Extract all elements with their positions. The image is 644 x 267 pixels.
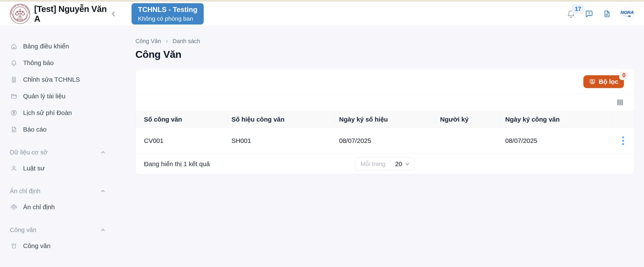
org-logo: ĐOÀN LUẬT SƯ TỈNH ĐỒNG NAI DONG NAI PROV… <box>10 4 30 24</box>
breadcrumb-item-cong-van[interactable]: Công Văn <box>136 38 161 44</box>
sidebar-item-label: Báo cáo <box>23 126 46 133</box>
documents-button[interactable] <box>602 9 611 18</box>
filter-button-label: Bộ lọc <box>599 78 618 85</box>
chevron-left-icon <box>110 10 118 18</box>
per-page-number: 20 <box>395 160 402 168</box>
mouse-cable-icon <box>623 14 632 17</box>
sidebar: Bảng điều khiển Thông báo Chỉnh sửa TCHN… <box>0 26 120 267</box>
user-icon <box>10 165 18 172</box>
logo-abbr-text: DPBA <box>17 18 24 20</box>
column-header-so-hieu-cong-van: Số hiệu công văn <box>227 111 334 128</box>
sidebar-section-base-data[interactable]: Dữ liệu cơ sở <box>0 145 120 160</box>
user-avatar[interactable]: NORA <box>620 7 634 21</box>
notification-count-badge: 17 <box>572 4 584 14</box>
sidebar-item-edit-tchnls[interactable]: Chỉnh sửa TCHNLS <box>0 71 120 88</box>
table-options-row <box>136 94 634 111</box>
topbar-actions: 17 NORA <box>566 7 634 21</box>
home-icon <box>10 43 18 50</box>
chevron-up-icon <box>100 149 106 155</box>
sidebar-item-label: Công văn <box>23 242 50 250</box>
report-file-icon <box>10 126 18 133</box>
chevron-right-icon <box>164 39 169 44</box>
folder-icon <box>10 93 18 100</box>
cell-ngay-ky-cong-van: 08/07/2025 <box>500 137 612 144</box>
dollar-circle-icon <box>10 109 18 116</box>
sidebar-collapse-button[interactable] <box>108 8 119 19</box>
sidebar-section-label: Công văn <box>10 227 36 234</box>
per-page-select[interactable]: Mỗi trang 20 <box>355 158 414 170</box>
scales-icon <box>10 204 18 211</box>
pagination-bar: Đang hiển thị 1 kết quả Mỗi trang 20 <box>136 154 634 174</box>
chat-alert-icon <box>585 9 594 18</box>
table-header-row: Số công văn Số hiệu công văn Ngày ký số … <box>136 111 634 128</box>
document-icon <box>602 9 611 18</box>
dispatch-list-card: Bộ lọc 0 Số công văn Số hiệu công văn Ng… <box>136 69 634 174</box>
sidebar-item-label: Lịch sử phí Đoàn <box>23 109 72 116</box>
per-page-label: Mỗi trang <box>355 158 391 170</box>
sidebar-item-label: Chỉnh sửa TCHNLS <box>23 76 80 83</box>
cell-actions <box>612 134 634 147</box>
kebab-menu-icon <box>622 136 624 145</box>
top-bar: ĐOÀN LUẬT SƯ TỈNH ĐỒNG NAI DONG NAI PROV… <box>0 2 644 26</box>
sidebar-section-label: Án chỉ định <box>10 188 40 195</box>
column-settings-button[interactable] <box>616 98 624 106</box>
sidebar-section-official-dispatch[interactable]: Công văn <box>0 222 120 238</box>
sidebar-item-reports[interactable]: Báo cáo <box>0 121 120 138</box>
columns-icon <box>616 98 624 106</box>
sidebar-section-assigned-cases[interactable]: Án chỉ định <box>0 183 120 199</box>
filter-search-icon <box>589 78 596 85</box>
chevron-down-icon <box>405 161 410 167</box>
sidebar-item-document-management[interactable]: Quản lý tài liệu <box>0 88 120 104</box>
top-accent-strip <box>0 0 644 2</box>
sidebar-item-notifications[interactable]: Thông báo <box>0 55 120 71</box>
breadcrumb-item-danh-sach[interactable]: Danh sách <box>172 38 200 44</box>
row-actions-button[interactable] <box>620 134 626 147</box>
tray-icon <box>10 242 18 250</box>
building-icon <box>10 76 18 83</box>
bell-icon <box>10 59 18 66</box>
sidebar-item-assigned-cases[interactable]: Án chỉ định <box>0 199 120 215</box>
results-summary: Đang hiển thị 1 kết quả <box>144 160 210 168</box>
page-title: Công Văn <box>136 48 634 60</box>
column-header-ngay-ky-so-hieu: Ngày ký số hiệu <box>334 111 436 128</box>
workspace-title: TCHNLS - Testing <box>138 5 197 14</box>
per-page-value[interactable]: 20 <box>391 158 414 170</box>
sidebar-item-lawyers[interactable]: Luật sư <box>0 160 120 177</box>
table-row[interactable]: CV001 SH001 08/07/2025 08/07/2025 <box>136 128 634 154</box>
sidebar-item-label: Thông báo <box>23 59 54 66</box>
sidebar-item-label: Luật sư <box>23 165 45 172</box>
main-content: Công Văn Danh sách Công Văn Bộ lọc 0 <box>120 26 644 267</box>
workspace-subtitle: Không có phòng ban <box>138 15 197 22</box>
sidebar-item-dashboard[interactable]: Bảng điều khiển <box>0 38 120 55</box>
cell-ngay-ky-so-hieu: 08/07/2025 <box>334 137 436 144</box>
avatar-logo-text: NORA <box>620 10 634 14</box>
chevron-up-icon <box>100 188 106 194</box>
sidebar-item-label: Quản lý tài liệu <box>23 93 65 100</box>
filter-count-badge: 0 <box>619 71 629 80</box>
org-name: [Test] Nguyễn Văn A <box>34 4 107 24</box>
bar-association-seal-icon: ĐOÀN LUẬT SƯ TỈNH ĐỒNG NAI DONG NAI PROV… <box>10 4 30 24</box>
cell-so-hieu-cong-van: SH001 <box>227 137 334 144</box>
column-header-actions <box>612 111 634 128</box>
sidebar-item-official-dispatch[interactable]: Công văn <box>0 238 120 254</box>
feedback-button[interactable] <box>585 9 594 18</box>
filter-button[interactable]: Bộ lọc 0 <box>583 75 624 88</box>
breadcrumb: Công Văn Danh sách <box>136 38 634 44</box>
sidebar-item-label: Bảng điều khiển <box>23 43 69 50</box>
chevron-up-icon <box>100 227 106 233</box>
column-header-ngay-ky-cong-van: Ngày ký công văn <box>500 111 612 128</box>
column-header-so-cong-van: Số công văn <box>136 111 227 128</box>
sidebar-item-fee-history[interactable]: Lịch sử phí Đoàn <box>0 104 120 121</box>
card-toolbar: Bộ lọc 0 <box>136 69 634 94</box>
cell-so-cong-van: CV001 <box>136 137 227 144</box>
column-header-nguoi-ky: Người ký <box>436 111 500 128</box>
notifications-button[interactable]: 17 <box>566 9 576 18</box>
workspace-badge[interactable]: TCHNLS - Testing Không có phòng ban <box>132 3 204 24</box>
sidebar-section-label: Dữ liệu cơ sở <box>10 149 48 156</box>
sidebar-item-label: Án chỉ định <box>23 204 55 211</box>
